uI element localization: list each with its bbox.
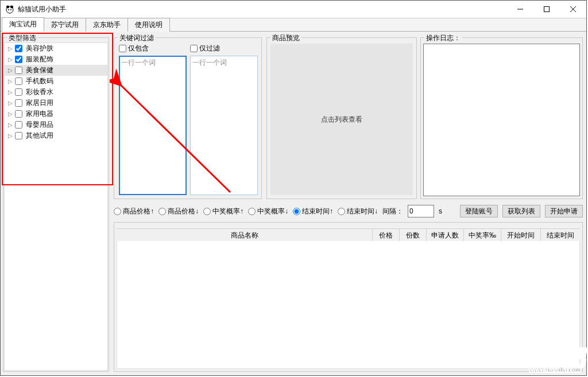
tab-help[interactable]: 使用说明	[127, 18, 170, 32]
sort-price-desc[interactable]: 商品价格↓	[158, 207, 199, 216]
watermark-logo: 下载吧 www.xiazaiba.com	[528, 348, 583, 373]
tab-taobao[interactable]: 淘宝试用	[2, 17, 44, 32]
category-item[interactable]: ▷其他试用	[5, 130, 107, 141]
category-checkbox[interactable]	[15, 56, 22, 63]
keyword-filter-group: 关键词过滤 仅包含 仅过滤	[114, 37, 262, 199]
client-area: 类型筛选 ▷美容护肤▷服装配饰▷美食保健▷手机数码▷彩妆香水▷家居日用▷家用电器…	[1, 32, 586, 375]
category-filter-legend: 类型筛选	[7, 33, 38, 43]
col-start-time[interactable]: 开始时间	[501, 229, 541, 242]
tabstrip: 淘宝试用 苏宁试用 京东助手 使用说明	[1, 18, 586, 32]
category-checkbox[interactable]	[15, 67, 22, 74]
chevron-right-icon[interactable]: ▷	[7, 78, 14, 84]
chevron-right-icon[interactable]: ▷	[7, 56, 14, 63]
product-preview-legend: 商品预览	[270, 33, 301, 43]
category-checkbox[interactable]	[15, 88, 22, 96]
login-button[interactable]: 登陆账号	[460, 205, 498, 217]
sort-winrate-desc[interactable]: 中奖概率↓	[248, 207, 288, 216]
grid-header: 商品名称 价格 份数 申请人数 中奖率‰ 开始时间 结束时间	[117, 228, 580, 242]
category-item[interactable]: ▷手机数码	[5, 76, 107, 87]
sort-endtime-asc[interactable]: 结束时间↑	[293, 207, 333, 216]
tab-suning[interactable]: 苏宁试用	[44, 18, 86, 32]
chevron-right-icon[interactable]: ▷	[7, 45, 14, 52]
operation-log-box[interactable]	[423, 44, 580, 196]
col-end-time[interactable]: 结束时间	[541, 229, 580, 242]
app-title: 鲸猫试用小助手	[18, 5, 66, 14]
grid-body[interactable]	[117, 241, 580, 369]
start-apply-button[interactable]: 开始申请	[545, 205, 583, 217]
svg-point-1	[6, 6, 9, 9]
include-keywords-input[interactable]	[119, 56, 187, 195]
category-label: 美食保健	[26, 65, 53, 75]
category-label: 其他试用	[26, 131, 53, 141]
category-label: 母婴用品	[26, 120, 53, 130]
chevron-right-icon[interactable]: ▷	[7, 133, 14, 139]
chevron-right-icon[interactable]: ▷	[7, 100, 14, 106]
product-preview-group: 商品预览 点击列表查看	[266, 37, 417, 199]
category-item[interactable]: ▷母婴用品	[5, 119, 107, 130]
operation-log-group: 操作日志：	[420, 37, 583, 199]
tab-jd[interactable]: 京东助手	[86, 18, 128, 32]
category-item[interactable]: ▷彩妆香水	[5, 87, 107, 98]
category-checkbox[interactable]	[15, 121, 22, 129]
maximize-button[interactable]	[533, 1, 560, 18]
category-item[interactable]: ▷服装配饰	[5, 54, 107, 65]
exclude-keywords-input[interactable]	[190, 56, 258, 195]
chevron-right-icon[interactable]: ▷	[7, 67, 14, 73]
titlebar: 鲸猫试用小助手	[1, 1, 586, 18]
operation-log-legend: 操作日志：	[424, 33, 462, 43]
chevron-right-icon[interactable]: ▷	[7, 122, 14, 128]
svg-point-4	[10, 9, 11, 10]
product-preview-placeholder[interactable]: 点击列表查看	[270, 44, 413, 195]
chevron-right-icon[interactable]: ▷	[7, 111, 14, 117]
col-price[interactable]: 价格	[373, 229, 400, 242]
svg-point-2	[10, 6, 13, 9]
interval-input[interactable]	[408, 205, 434, 217]
category-checkbox[interactable]	[15, 132, 22, 139]
category-label: 美容护肤	[26, 44, 53, 53]
category-item[interactable]: ▷美食保健	[5, 65, 107, 76]
category-filter-group: 类型筛选 ▷美容护肤▷服装配饰▷美食保健▷手机数码▷彩妆香水▷家居日用▷家用电器…	[3, 37, 109, 372]
col-applicants[interactable]: 申请人数	[427, 229, 464, 242]
fetch-list-button[interactable]: 获取列表	[502, 205, 540, 217]
svg-point-3	[8, 9, 9, 10]
close-button[interactable]	[560, 1, 586, 18]
only-include-checkbox[interactable]: 仅包含	[119, 42, 187, 56]
sort-price-asc[interactable]: 商品价格↑	[114, 207, 154, 216]
category-item[interactable]: ▷家居日用	[5, 98, 107, 108]
category-label: 手机数码	[26, 76, 53, 86]
category-tree[interactable]: ▷美容护肤▷服装配饰▷美食保健▷手机数码▷彩妆香水▷家居日用▷家用电器▷母婴用品…	[4, 42, 108, 371]
category-checkbox[interactable]	[15, 77, 22, 85]
result-grid-group: 商品名称 价格 份数 申请人数 中奖率‰ 开始时间 结束时间	[114, 222, 583, 372]
col-winrate[interactable]: 中奖率‰	[464, 229, 501, 242]
sort-endtime-desc[interactable]: 结束时间↓	[338, 207, 378, 216]
category-checkbox[interactable]	[15, 45, 22, 52]
app-icon	[5, 5, 14, 14]
category-label: 家居日用	[26, 98, 53, 108]
chevron-right-icon[interactable]: ▷	[7, 89, 14, 95]
category-checkbox[interactable]	[15, 110, 22, 118]
sort-action-bar: 商品价格↑ 商品价格↓ 中奖概率↑ 中奖概率↓ 结束时间↑ 结束时间↓ 间隔： …	[114, 204, 583, 219]
keyword-filter-legend: 关键词过滤	[118, 33, 156, 43]
category-label: 家用电器	[26, 109, 53, 119]
interval-unit: s	[439, 207, 442, 215]
interval-label: 间隔：	[382, 207, 403, 216]
minimize-button[interactable]	[507, 1, 533, 18]
category-checkbox[interactable]	[15, 99, 22, 107]
category-item[interactable]: ▷美容护肤	[5, 43, 107, 54]
category-label: 彩妆香水	[26, 87, 53, 97]
sort-winrate-asc[interactable]: 中奖概率↑	[203, 207, 243, 216]
svg-rect-6	[544, 7, 550, 12]
col-product-name[interactable]: 商品名称	[117, 229, 373, 242]
category-label: 服装配饰	[26, 55, 53, 64]
app-window: 鲸猫试用小助手 淘宝试用 苏宁试用 京东助手 使用说明 类型筛选 ▷美容护肤▷服…	[0, 0, 587, 376]
only-exclude-checkbox[interactable]: 仅过滤	[190, 42, 258, 56]
col-qty[interactable]: 份数	[400, 229, 427, 242]
category-item[interactable]: ▷家用电器	[5, 108, 107, 119]
